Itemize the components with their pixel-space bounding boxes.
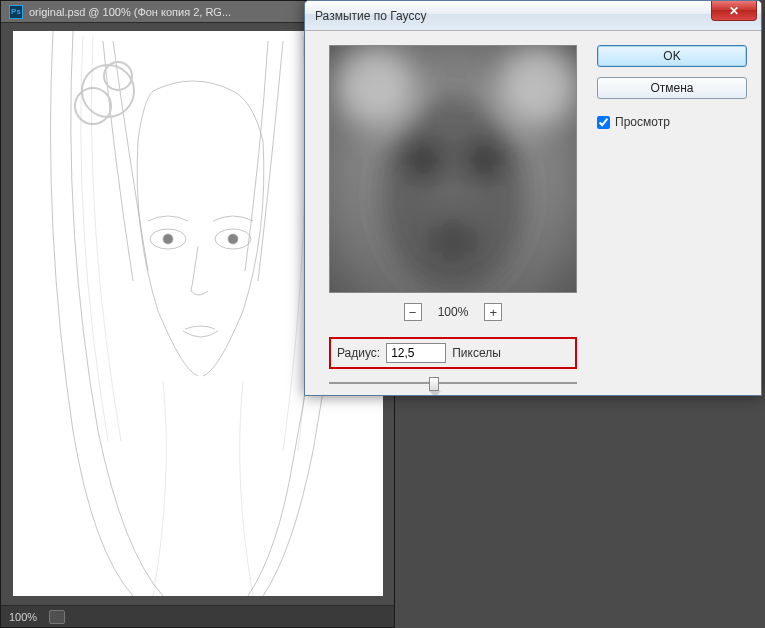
svg-point-3 bbox=[163, 234, 173, 244]
radius-slider[interactable] bbox=[329, 375, 577, 391]
zoom-out-button[interactable]: − bbox=[404, 303, 422, 321]
ok-button[interactable]: OK bbox=[597, 45, 747, 67]
close-button[interactable]: ✕ bbox=[711, 1, 757, 21]
slider-track bbox=[329, 382, 577, 384]
svg-point-11 bbox=[462, 142, 506, 178]
svg-point-13 bbox=[335, 46, 414, 125]
preview-checkbox-label: Просмотр bbox=[615, 115, 670, 129]
dialog-title: Размытие по Гауссу bbox=[315, 9, 426, 23]
slider-thumb[interactable] bbox=[429, 377, 439, 391]
zoom-in-button[interactable]: + bbox=[484, 303, 502, 321]
app-icon: Ps bbox=[9, 5, 23, 19]
preview-checkbox-row[interactable]: Просмотр bbox=[597, 115, 747, 129]
preview-zoom-level: 100% bbox=[438, 305, 469, 319]
preview-zoom-controls: − 100% + bbox=[329, 301, 577, 323]
gaussian-blur-dialog: Размытие по Гауссу ✕ bbox=[304, 0, 762, 396]
svg-point-10 bbox=[402, 142, 446, 178]
radius-input[interactable] bbox=[386, 343, 446, 363]
doc-info-icon[interactable] bbox=[49, 610, 65, 624]
radius-unit: Пикселы bbox=[452, 346, 501, 360]
dialog-side-controls: OK Отмена Просмотр bbox=[597, 45, 747, 129]
cancel-button[interactable]: Отмена bbox=[597, 77, 747, 99]
preview-checkbox[interactable] bbox=[597, 116, 610, 129]
svg-point-14 bbox=[499, 46, 576, 125]
radius-label: Радиус: bbox=[337, 346, 380, 360]
preview-image bbox=[330, 46, 576, 292]
document-title: original.psd @ 100% (Фон копия 2, RG... bbox=[29, 6, 231, 18]
filter-preview[interactable] bbox=[329, 45, 577, 293]
dialog-titlebar[interactable]: Размытие по Гауссу ✕ bbox=[305, 1, 761, 31]
zoom-level[interactable]: 100% bbox=[9, 611, 37, 623]
close-icon: ✕ bbox=[729, 4, 739, 18]
radius-row: Радиус: Пикселы bbox=[329, 337, 577, 369]
svg-point-12 bbox=[433, 226, 473, 254]
svg-point-9 bbox=[379, 96, 528, 292]
dialog-body: − 100% + OK Отмена Просмотр Радиус: Пикс… bbox=[305, 31, 761, 395]
svg-point-4 bbox=[228, 234, 238, 244]
status-bar: 100% bbox=[1, 605, 394, 627]
